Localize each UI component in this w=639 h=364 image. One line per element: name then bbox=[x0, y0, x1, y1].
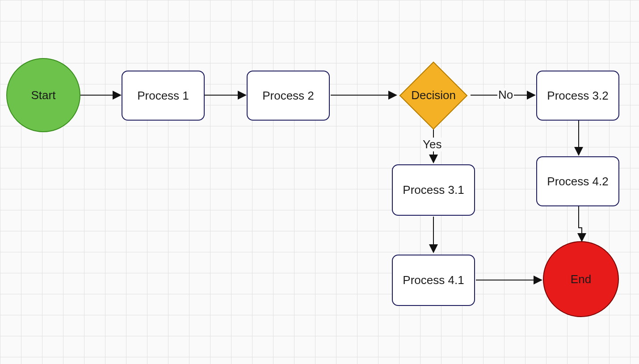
decision-label: Decision bbox=[410, 89, 457, 102]
process-4-1-node[interactable]: Process 4.1 bbox=[392, 255, 475, 306]
process-3-2-label: Process 3.2 bbox=[547, 89, 608, 103]
process-1-label: Process 1 bbox=[137, 89, 189, 103]
process-1-node[interactable]: Process 1 bbox=[122, 71, 205, 121]
process-3-1-label: Process 3.1 bbox=[403, 183, 464, 197]
process-2-node[interactable]: Process 2 bbox=[247, 71, 330, 121]
start-label: Start bbox=[31, 88, 56, 102]
process-2-label: Process 2 bbox=[262, 89, 314, 103]
process-3-1-node[interactable]: Process 3.1 bbox=[392, 164, 475, 216]
process-4-1-label: Process 4.1 bbox=[403, 273, 464, 287]
edge-label-no: No bbox=[497, 88, 514, 102]
start-node[interactable]: Start bbox=[6, 58, 80, 132]
edge-label-yes: Yes bbox=[422, 138, 442, 151]
process-3-2-node[interactable]: Process 3.2 bbox=[536, 71, 619, 121]
process-4-2-node[interactable]: Process 4.2 bbox=[536, 156, 619, 206]
process-4-2-label: Process 4.2 bbox=[547, 175, 608, 188]
end-node[interactable]: End bbox=[543, 241, 619, 317]
end-label: End bbox=[571, 272, 591, 286]
decision-node[interactable]: Decision bbox=[399, 62, 468, 130]
